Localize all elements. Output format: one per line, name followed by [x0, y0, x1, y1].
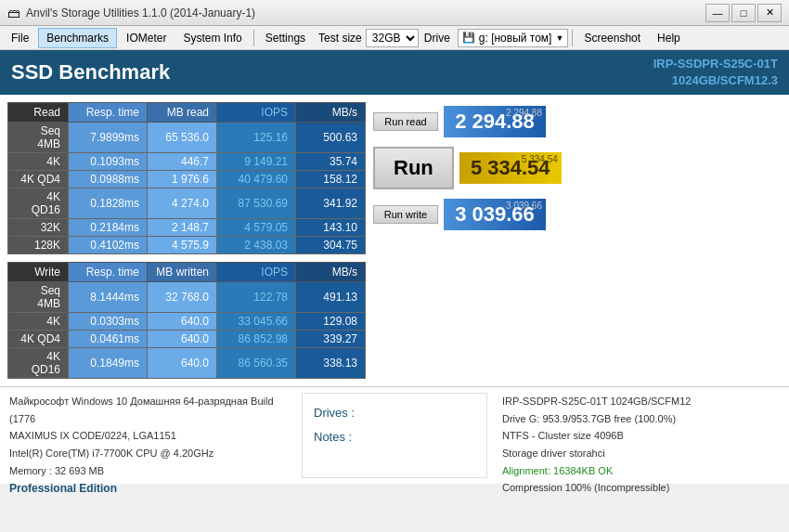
- write-header-label: Write: [8, 263, 69, 282]
- read-header-resp: Resp. time: [69, 103, 148, 123]
- read-cell-4-4: 143.10: [296, 219, 366, 237]
- app-icon: 🗃: [7, 6, 20, 20]
- read-cell-0-1: 7.9899ms: [69, 123, 148, 153]
- write-cell-3-3: 86 560.35: [217, 348, 296, 379]
- drive-selector[interactable]: 💾 g: [новый том] ▼: [458, 29, 569, 47]
- write-cell-0-1: 8.1444ms: [69, 282, 148, 313]
- total-score-box: 5 334.54 5 334.54: [459, 152, 562, 184]
- menu-screenshot[interactable]: Screenshot: [576, 28, 648, 48]
- ssd-model: IRP-SSDPR-S25C-01T 1024GB/SCFM12.3: [653, 56, 778, 89]
- write-cell-2-3: 86 852.98: [217, 331, 296, 348]
- maximize-button[interactable]: □: [731, 4, 756, 22]
- menu-separator-1: [253, 30, 254, 46]
- read-cell-5-1: 0.4102ms: [69, 237, 148, 254]
- title-bar-buttons: — □ ✕: [705, 4, 782, 22]
- read-score-box: 2 294.88 2 294.88: [444, 106, 546, 137]
- write-cell-1-1: 0.0303ms: [69, 313, 148, 331]
- menu-benchmarks[interactable]: Benchmarks: [38, 28, 117, 48]
- menu-help[interactable]: Help: [650, 28, 688, 48]
- write-cell-0-2: 32 768.0: [148, 282, 217, 313]
- footer-alignment: Alignment: 16384KB OK: [502, 462, 780, 480]
- read-header-label: Read: [8, 103, 69, 123]
- read-cell-5-4: 304.75: [296, 237, 366, 254]
- footer-code: MAXIMUS IX CODE/0224, LGA1151: [9, 427, 287, 445]
- main-content: Read Resp. time MB read IOPS MB/s Seq 4M…: [0, 95, 789, 386]
- title-bar-text: Anvil's Storage Utilities 1.1.0 (2014-Ja…: [26, 6, 705, 19]
- read-table-row: Seq 4MB7.9899ms65 536.0125.16500.63: [8, 123, 366, 153]
- menu-bar: File Benchmarks IOMeter System Info Sett…: [0, 26, 789, 50]
- write-cell-1-2: 640.0: [148, 313, 217, 331]
- write-table-row: 4K QD160.1849ms640.086 560.35338.13: [8, 348, 366, 379]
- ssd-title: SSD Benchmark: [11, 60, 170, 84]
- run-write-button[interactable]: Run write: [373, 205, 438, 224]
- write-cell-2-2: 640.0: [148, 331, 217, 348]
- read-cell-2-1: 0.0988ms: [69, 171, 148, 188]
- footer: Майкрософт Windows 10 Домашняя 64-разряд…: [0, 386, 789, 484]
- footer-ntfs: NTFS - Cluster size 4096B: [502, 427, 780, 445]
- drive-name: g: [новый том]: [479, 32, 552, 45]
- read-cell-2-4: 158.12: [296, 171, 366, 188]
- read-table-row: 4K QD160.1828ms4 274.087 530.69341.92: [8, 188, 366, 219]
- run-button[interactable]: Run: [373, 147, 454, 189]
- footer-edition: Professional Edition: [9, 479, 287, 498]
- footer-drive-info: Drive G: 953.9/953.7GB free (100.0%): [502, 410, 780, 428]
- write-cell-0-0: Seq 4MB: [8, 282, 69, 313]
- read-header-iops: IOPS: [217, 103, 296, 123]
- menu-file[interactable]: File: [4, 28, 36, 48]
- write-header-iops: IOPS: [217, 263, 296, 282]
- read-cell-5-2: 4 575.9: [148, 237, 217, 254]
- write-cell-2-1: 0.0461ms: [69, 331, 148, 348]
- read-cell-1-3: 9 149.21: [217, 153, 296, 171]
- tables-area: Read Resp. time MB read IOPS MB/s Seq 4M…: [7, 102, 366, 379]
- write-cell-3-1: 0.1849ms: [69, 348, 148, 379]
- read-cell-0-2: 65 536.0: [148, 123, 217, 153]
- run-read-button[interactable]: Run read: [373, 112, 438, 131]
- title-bar: 🗃 Anvil's Storage Utilities 1.1.0 (2014-…: [0, 0, 789, 26]
- read-cell-3-1: 0.1828ms: [69, 188, 148, 219]
- read-header-mbs: MB/s: [296, 103, 366, 123]
- write-cell-3-2: 640.0: [148, 348, 217, 379]
- write-cell-1-3: 33 045.66: [217, 313, 296, 331]
- write-cell-1-0: 4K: [8, 313, 69, 331]
- read-table: Read Resp. time MB read IOPS MB/s Seq 4M…: [7, 102, 366, 254]
- write-table: Write Resp. time MB written IOPS MB/s Se…: [7, 262, 366, 379]
- drive-label: Drive: [424, 32, 450, 45]
- write-header-resp: Resp. time: [69, 263, 148, 282]
- write-cell-0-4: 491.13: [296, 282, 366, 313]
- write-header-mbs: MB/s: [296, 263, 366, 282]
- read-header-mb: MB read: [148, 103, 217, 123]
- read-cell-4-3: 4 579.05: [217, 219, 296, 237]
- menu-settings[interactable]: Settings: [258, 28, 313, 48]
- total-score-small: 5 334.54: [522, 154, 558, 164]
- write-cell-1-4: 129.08: [296, 313, 366, 331]
- write-cell-2-0: 4K QD4: [8, 331, 69, 348]
- write-table-row: 4K0.0303ms640.033 045.66129.08: [8, 313, 366, 331]
- footer-right: IRP-SSDPR-S25C-01T 1024GB/SCFM12 Drive G…: [493, 387, 789, 484]
- menu-system-info[interactable]: System Info: [175, 28, 249, 48]
- write-cell-0-3: 122.78: [217, 282, 296, 313]
- footer-cpu: Intel(R) Core(TM) i7-7700K CPU @ 4.20GHz: [9, 445, 287, 462]
- read-cell-3-3: 87 530.69: [217, 188, 296, 219]
- write-table-row: 4K QD40.0461ms640.086 852.98339.27: [8, 331, 366, 348]
- run-write-row: Run write 3 039.66 3 039.66: [373, 199, 562, 230]
- footer-drives: Drives :: [314, 401, 475, 425]
- read-cell-4-2: 2 148.7: [148, 219, 217, 237]
- ssd-header: SSD Benchmark IRP-SSDPR-S25C-01T 1024GB/…: [0, 50, 789, 95]
- read-cell-3-2: 4 274.0: [148, 188, 217, 219]
- run-read-row: Run read 2 294.88 2 294.88: [373, 106, 562, 137]
- read-cell-4-0: 32K: [8, 219, 69, 237]
- menu-iometer[interactable]: IOMeter: [119, 28, 174, 48]
- test-size-control: Test size 32GB: [318, 29, 419, 47]
- write-score-box: 3 039.66 3 039.66: [444, 199, 546, 230]
- run-middle-row: Run 5 334.54 5 334.54: [373, 147, 562, 189]
- write-cell-2-4: 339.27: [296, 331, 366, 348]
- read-cell-1-2: 446.7: [148, 153, 217, 171]
- read-table-row: 32K0.2184ms2 148.74 579.05143.10: [8, 219, 366, 237]
- model-detail: 1024GB/SCFM12.3: [653, 72, 778, 89]
- close-button[interactable]: ✕: [757, 4, 782, 22]
- minimize-button[interactable]: —: [705, 4, 730, 22]
- test-size-select[interactable]: 32GB: [366, 29, 419, 47]
- read-cell-0-0: Seq 4MB: [8, 123, 69, 153]
- menu-separator-2: [572, 30, 573, 46]
- read-cell-3-0: 4K QD16: [8, 188, 69, 219]
